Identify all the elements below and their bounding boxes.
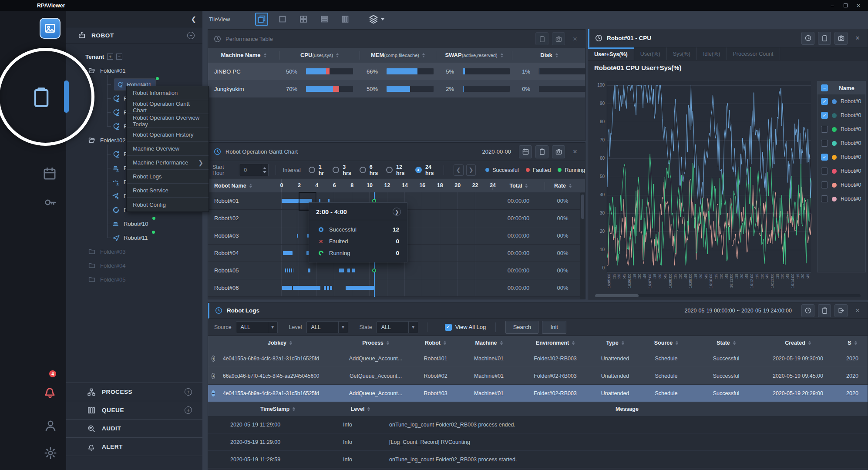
columns-view-button[interactable] bbox=[339, 13, 352, 26]
legend-row-robot#03[interactable]: Robot#03 bbox=[818, 122, 865, 136]
task-tick[interactable] bbox=[309, 269, 310, 272]
gantt-timeline-cell[interactable] bbox=[281, 279, 492, 296]
column-header-disk[interactable]: Disk bbox=[512, 51, 586, 60]
calendar-picker-button[interactable] bbox=[519, 145, 532, 158]
interval-radio-6hrs[interactable]: 6 hrs bbox=[360, 164, 378, 176]
legend-checkbox[interactable] bbox=[821, 168, 828, 175]
sort-icon[interactable] bbox=[572, 341, 575, 345]
minimize-icon[interactable]: – bbox=[827, 1, 838, 10]
column-header-process[interactable]: Process bbox=[339, 340, 413, 346]
radio-icon[interactable] bbox=[415, 167, 422, 173]
legend-row-robot#04[interactable]: Robot#04 bbox=[818, 136, 865, 150]
sort-icon[interactable] bbox=[855, 341, 857, 345]
close-icon[interactable]: ✕ bbox=[853, 1, 864, 10]
detail-header-message[interactable]: Message bbox=[387, 406, 868, 412]
collapse-all-icon[interactable]: − bbox=[116, 54, 122, 60]
sort-icon[interactable] bbox=[555, 53, 558, 57]
tooltip-open-icon[interactable]: ❯ bbox=[393, 208, 401, 216]
legend-row-robot#02[interactable]: ✓Robot#02 bbox=[818, 108, 865, 122]
tree-item-robot#10[interactable]: Robot#10 bbox=[66, 217, 202, 231]
snapshot-button[interactable] bbox=[552, 32, 565, 45]
tab-user-sys-[interactable]: User+Sys(%) bbox=[588, 47, 634, 60]
column-header-jobkey[interactable]: Jobkey bbox=[221, 340, 339, 346]
expand-section-icon[interactable]: + bbox=[185, 406, 192, 414]
sort-icon[interactable] bbox=[444, 341, 446, 345]
copy-panel-button[interactable] bbox=[535, 32, 548, 45]
expand-cell[interactable]: − bbox=[208, 390, 221, 396]
sort-icon[interactable] bbox=[264, 53, 266, 57]
column-header-robot[interactable]: Robot bbox=[413, 340, 458, 346]
task-tick[interactable] bbox=[297, 234, 298, 238]
settings-gear-icon[interactable] bbox=[44, 446, 57, 460]
tree-item-robot#11[interactable]: Robot#11 bbox=[66, 231, 202, 245]
rows-view-button[interactable] bbox=[318, 13, 331, 26]
legend-checkbox[interactable]: ✓ bbox=[821, 112, 828, 119]
prev-day-button[interactable]: ❮ bbox=[454, 164, 464, 176]
sidebar-section-queue[interactable]: QUEUE+ bbox=[66, 401, 202, 420]
detail-header-timestamp[interactable]: TimeStamp bbox=[221, 406, 334, 412]
sort-icon[interactable] bbox=[336, 53, 339, 57]
tree-folder-folder#03[interactable]: Folder#03 bbox=[66, 245, 202, 258]
user-icon[interactable] bbox=[44, 418, 57, 433]
machine-row-jungkyukim[interactable]: Jungkyukim70%50%2%0% bbox=[208, 80, 585, 97]
column-header-source[interactable]: Source bbox=[639, 340, 693, 346]
sidebar-section-alert[interactable]: ALERT bbox=[66, 438, 202, 456]
sort-icon[interactable] bbox=[387, 341, 389, 345]
log-detail-row[interactable]: 2020-05-19 11:29:00InfoonTune_log_count … bbox=[208, 416, 868, 433]
vertical-scrollbar[interactable] bbox=[580, 193, 585, 299]
column-header-swap[interactable]: SWAP(active,reserved) bbox=[436, 51, 512, 60]
radio-icon[interactable] bbox=[333, 167, 339, 173]
sort-icon[interactable] bbox=[422, 53, 425, 57]
menu-item-robot-operation-overview-today[interactable]: Robot Operation Overview Today bbox=[127, 114, 209, 128]
stepper-arrows[interactable] bbox=[261, 164, 268, 176]
history-button[interactable] bbox=[801, 304, 814, 317]
tab-processor-count[interactable]: Processor Count bbox=[727, 47, 780, 60]
snapshot-button[interactable] bbox=[834, 32, 848, 45]
expand-section-icon[interactable]: + bbox=[185, 388, 192, 396]
log-row[interactable]: +66a9cd46-b7f0-41c5-8f45-aa2945045600Get… bbox=[208, 367, 868, 385]
sort-icon[interactable] bbox=[501, 53, 503, 57]
sort-icon[interactable] bbox=[676, 341, 678, 345]
interval-radio-12hrs[interactable]: 12 hrs bbox=[386, 164, 407, 176]
collapse-section-icon[interactable]: − bbox=[187, 32, 195, 39]
tile-view-button[interactable] bbox=[255, 13, 268, 26]
machine-row-jinbo-pc[interactable]: JINBO-PC50%66%5%1% bbox=[208, 63, 585, 80]
column-header-robot-name[interactable]: Robot Name bbox=[208, 183, 281, 189]
legend-checkbox[interactable]: ✓ bbox=[821, 98, 828, 105]
tree-item-inner[interactable]: Robot#11 bbox=[110, 232, 151, 243]
tab-sys-[interactable]: Sys(%) bbox=[667, 47, 697, 60]
task-hatch[interactable] bbox=[285, 269, 293, 272]
interval-radio-24hrs[interactable]: 24 hrs bbox=[415, 164, 437, 176]
tree-folder-folder#04[interactable]: Folder#04 bbox=[66, 258, 202, 272]
detail-header-level[interactable]: Level bbox=[334, 406, 387, 412]
task-bar[interactable] bbox=[327, 286, 329, 290]
search-button[interactable]: Search bbox=[505, 321, 538, 334]
log-detail-row[interactable]: 2020-05-19 11:28:59InfoonTune_log_count … bbox=[208, 451, 868, 468]
gantt-row-robot#05[interactable]: Robot#0500:00:0000% bbox=[208, 262, 581, 279]
copy-panel-button[interactable] bbox=[818, 32, 831, 45]
column-header-created[interactable]: Created bbox=[759, 340, 837, 346]
task-bar[interactable] bbox=[346, 286, 374, 290]
close-panel-icon[interactable]: ✕ bbox=[570, 34, 580, 44]
legend-checkbox[interactable]: ✓ bbox=[821, 154, 828, 161]
legend-row-robot#05[interactable]: ✓Robot#05 bbox=[818, 150, 865, 164]
interval-radio-3hrs[interactable]: 3 hrs bbox=[333, 164, 351, 176]
column-header-mem[interactable]: MEM(comp,filecache) bbox=[360, 51, 436, 60]
menu-item-robot-operation-gantt-chart[interactable]: Robot Operation Gantt Chart bbox=[127, 100, 209, 114]
column-header-machine-name[interactable]: Machine Name bbox=[208, 51, 279, 60]
grid-view-button[interactable] bbox=[297, 13, 310, 26]
column-header-machine[interactable]: Machine bbox=[458, 340, 519, 346]
close-panel-icon[interactable]: ✕ bbox=[853, 306, 862, 316]
expand-row-icon[interactable]: + bbox=[212, 356, 215, 362]
menu-item-robot-logs[interactable]: Robot Logs bbox=[127, 170, 209, 184]
tree-item-inner[interactable]: Robot#10 bbox=[110, 218, 152, 229]
column-total-header[interactable]: Total bbox=[492, 182, 545, 190]
tab-user-[interactable]: User(%) bbox=[634, 47, 667, 60]
legend-row-robot#01[interactable]: ✓Robot#01 bbox=[818, 94, 865, 108]
gantt-row-robot#06[interactable]: Robot#0600:00:0000% bbox=[208, 279, 581, 297]
menu-item-robot-config[interactable]: Robot Config bbox=[127, 198, 209, 212]
menu-item-robot-information[interactable]: Robot Information bbox=[127, 86, 209, 100]
column-header-environment[interactable]: Environment bbox=[519, 340, 591, 346]
close-panel-icon[interactable]: ✕ bbox=[570, 147, 580, 157]
sort-icon[interactable] bbox=[500, 341, 503, 345]
